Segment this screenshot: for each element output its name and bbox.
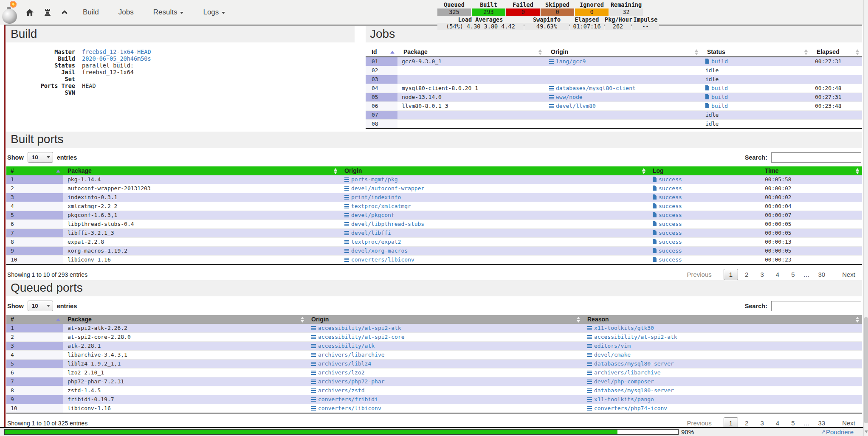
table-row: 2autoconf-wrapper-20131203devel/autoconf…	[6, 184, 862, 193]
queued-search-input[interactable]	[771, 301, 861, 311]
origin-link[interactable]: accessibility/atk	[311, 343, 375, 349]
scrollbar-thumb[interactable]	[864, 317, 868, 423]
page-last-button[interactable]: 30	[813, 269, 830, 280]
queued-header-origin[interactable]: Origin	[307, 315, 583, 324]
jobs-header-status[interactable]: Status	[701, 48, 811, 57]
origin-link[interactable]: converters/libiconv	[344, 256, 414, 263]
home-icon[interactable]	[26, 9, 34, 16]
next-button[interactable]: Next	[832, 269, 860, 280]
origin-link[interactable]: archivers/libarchive	[311, 352, 385, 358]
table-row: 1at-spi2-atk-2.26.2accessibility/at-spi2…	[6, 324, 862, 333]
log-link[interactable]: success	[653, 256, 682, 263]
origin-link[interactable]: archivers/zstd	[311, 387, 365, 394]
vertical-scrollbar[interactable]	[863, 0, 868, 436]
master-link[interactable]: freebsd_12-1x64-HEAD	[82, 48, 151, 55]
log-link[interactable]: success	[653, 212, 682, 218]
built-header-package[interactable]: Package	[63, 166, 340, 175]
origin-link[interactable]: converters/libiconv	[311, 405, 381, 411]
poudriere-logo[interactable]	[1, 0, 20, 24]
job-log-link[interactable]: build	[705, 103, 728, 109]
origin-link[interactable]: devel/autoconf-wrapper	[344, 185, 424, 191]
build-link[interactable]: 2020-06-05_20h46m50s	[82, 55, 151, 62]
queued-entries-select[interactable]: 10	[28, 301, 53, 311]
nav-item-label: Results	[153, 8, 178, 17]
reason-link[interactable]: databases/mysql80-server	[587, 360, 674, 367]
page-2-button[interactable]: 2	[740, 269, 753, 280]
nav-item-logs[interactable]: Logs	[203, 8, 225, 17]
page-4-button[interactable]: 4	[771, 269, 784, 280]
built-header-time[interactable]: Time	[761, 166, 862, 175]
build-section: Build Masterfreebsd_12-1x64-HEAD Build20…	[6, 26, 355, 129]
page-3-button[interactable]: 3	[755, 269, 769, 280]
reason-link[interactable]: converters/php74-iconv	[587, 405, 667, 411]
origin-link[interactable]: archivers/liblz4	[311, 360, 371, 367]
origin-link[interactable]: ports-mgmt/pkg	[344, 176, 398, 183]
built-search-input[interactable]	[771, 152, 861, 163]
origin-link[interactable]: devel/llvm80	[549, 103, 596, 109]
reason-link[interactable]: devel/cmake	[587, 352, 631, 358]
bomb-icon	[2, 9, 17, 24]
job-log-link[interactable]: build	[705, 94, 728, 100]
built-entries-select[interactable]: 10	[28, 152, 53, 163]
log-link[interactable]: success	[653, 248, 682, 254]
origin-link[interactable]: textproc/xmlcatmgr	[344, 203, 411, 209]
package-cell: libpthread-stubs-0.4	[63, 220, 340, 229]
built-ports-title: Built ports	[6, 132, 862, 148]
log-link[interactable]: success	[653, 230, 682, 236]
nav-item-jobs[interactable]: Jobs	[118, 8, 134, 17]
log-link[interactable]: success	[653, 239, 682, 245]
reason-link[interactable]: archivers/libarchive	[587, 369, 661, 376]
jobs-header-id[interactable]: Id	[366, 48, 397, 57]
reason-link[interactable]: x11-toolkits/pango	[587, 396, 654, 402]
swapinfo-value: 49.63%	[524, 23, 569, 30]
row-num: 5	[6, 360, 63, 368]
built-header-num[interactable]: #	[6, 166, 63, 175]
origin-link[interactable]: accessibility/at-spi2-atk	[311, 325, 401, 331]
nav-item-results[interactable]: Results	[153, 8, 184, 17]
queued-header-num[interactable]: #	[6, 315, 63, 324]
jobs-header-package[interactable]: Package	[397, 48, 545, 57]
caret-up-icon[interactable]	[62, 10, 68, 14]
reason-link[interactable]: databases/mysql80-server	[587, 387, 674, 394]
log-link[interactable]: success	[653, 203, 682, 209]
origin-link[interactable]: devel/libffi	[344, 230, 391, 236]
page-5-button[interactable]: 5	[786, 269, 800, 280]
log-link[interactable]: success	[653, 194, 682, 200]
log-link[interactable]: success	[653, 176, 682, 183]
origin-link[interactable]: devel/libpthread-stubs	[344, 221, 424, 227]
page-1-button[interactable]: 1	[724, 269, 738, 280]
row-num: 8	[6, 386, 63, 395]
reason-link[interactable]: accessibility/at-spi2-atk	[587, 334, 677, 340]
time-cell: 00:00:13	[761, 238, 862, 247]
scrollbar-down-arrow[interactable]	[865, 430, 868, 433]
origin-link[interactable]: devel/pkgconf	[344, 212, 395, 218]
package-cell: libiconv-1.16	[63, 256, 340, 265]
origin-link[interactable]: textproc/expat2	[344, 239, 401, 245]
queued-header-reason[interactable]: Reason	[583, 315, 862, 324]
log-link[interactable]: success	[653, 185, 682, 191]
origin-link[interactable]: archivers/lzo2	[311, 369, 365, 376]
queued-header-package[interactable]: Package	[63, 315, 307, 324]
job-log-link[interactable]: build	[705, 58, 728, 65]
jobs-header-elapsed[interactable]: Elapsed	[811, 48, 862, 57]
origin-link[interactable]: databases/mysql80-client	[549, 85, 636, 91]
origin-link[interactable]: devel/xorg-macros	[344, 248, 408, 254]
reason-link[interactable]: x11-toolkits/gtk30	[587, 325, 654, 331]
reason-link[interactable]: devel/php-composer	[587, 378, 654, 385]
built-header-origin[interactable]: Origin	[340, 166, 648, 175]
log-link[interactable]: success	[653, 221, 682, 227]
jobs-header-origin[interactable]: Origin	[545, 48, 701, 57]
origin-link[interactable]: lang/gcc9	[549, 58, 586, 65]
job-log-link[interactable]: build	[705, 85, 728, 91]
origin-link[interactable]: www/node	[549, 94, 583, 100]
previous-button[interactable]: Previous	[682, 269, 721, 280]
poudriere-brand-link[interactable]: ↗Poudriere	[821, 428, 854, 436]
reason-link[interactable]: editors/vim	[587, 343, 631, 349]
nav-item-build[interactable]: Build	[83, 8, 99, 17]
rook-icon[interactable]	[45, 9, 51, 16]
origin-link[interactable]: accessibility/at-spi2-core	[311, 334, 405, 340]
origin-link[interactable]: archivers/php72-phar	[311, 378, 385, 385]
origin-link[interactable]: print/indexinfo	[344, 194, 401, 200]
sort-icon	[856, 49, 859, 55]
origin-link[interactable]: converters/fribidi	[311, 396, 378, 402]
